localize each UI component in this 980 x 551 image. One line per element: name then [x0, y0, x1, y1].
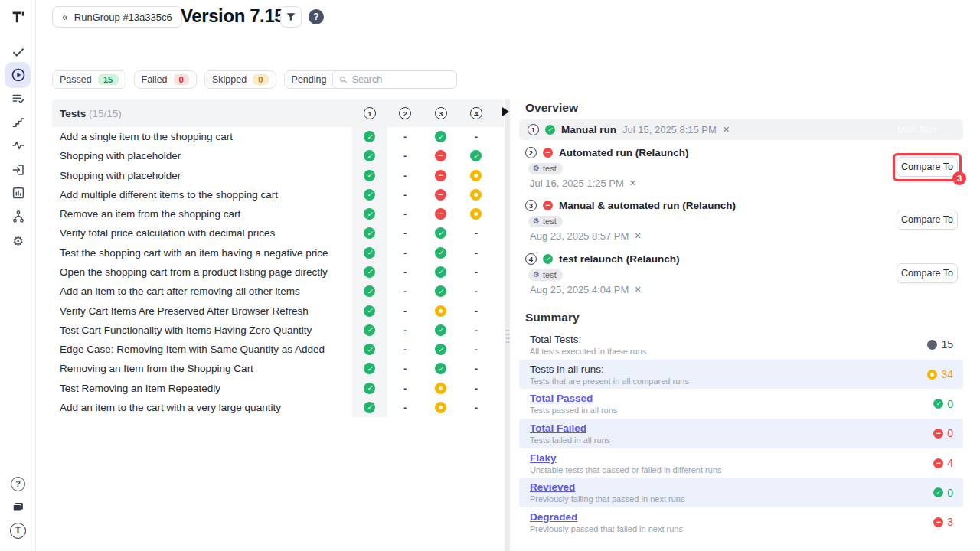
- status-icon: [470, 266, 482, 278]
- tests-table-title: Tests (15/15): [52, 108, 352, 119]
- summary-title[interactable]: Flaky: [530, 452, 557, 464]
- circled-number-icon: 1: [528, 124, 539, 135]
- tests-count: (15/15): [89, 108, 122, 119]
- summary-title[interactable]: Total Failed: [530, 422, 586, 434]
- status-filter-chips: Passed 15 Failed 0 Skipped 0 Pending 0: [52, 70, 356, 89]
- summary-status-icon: [933, 399, 943, 409]
- tests-check-icon[interactable]: [0, 42, 36, 62]
- status-icon: [435, 402, 446, 413]
- branch-icon[interactable]: [0, 207, 36, 227]
- help-button[interactable]: ?: [309, 9, 324, 24]
- table-row[interactable]: Verify Cart Items Are Preserved After Br…: [52, 301, 504, 320]
- splitter-grip-handle[interactable]: [505, 328, 510, 345]
- status-icon: [470, 285, 482, 297]
- chart-icon[interactable]: [0, 183, 36, 203]
- table-row[interactable]: Edge Case: Removing Item with Same Quant…: [52, 340, 504, 359]
- status-icon: [435, 131, 446, 142]
- panel-splitter[interactable]: [505, 99, 510, 551]
- status-cell-4: [459, 223, 494, 243]
- status-cell-2: [387, 185, 423, 204]
- status-cell-3: [423, 243, 458, 262]
- table-row[interactable]: Add an item to the cart after removing a…: [52, 282, 504, 301]
- summary-status-icon: [927, 340, 937, 350]
- status-cell-1: [352, 166, 387, 185]
- table-row[interactable]: Remove an item from the shopping cart: [52, 204, 504, 223]
- run-block: 4 test relaunch (Relaunch) ⚙ test Aug 25…: [519, 252, 963, 299]
- status-cell-2: [387, 204, 423, 223]
- table-row[interactable]: Add a single item to the shopping cart: [52, 127, 504, 146]
- compare-to-button[interactable]: Compare To: [897, 263, 958, 283]
- table-row[interactable]: Open the shopping cart from a product li…: [52, 262, 504, 282]
- table-row[interactable]: Shopping with placeholder: [52, 166, 504, 185]
- back-to-rungroup-button[interactable]: « RunGroup #13a335c6: [52, 6, 182, 28]
- remove-run-icon[interactable]: ✕: [629, 178, 636, 188]
- test-name: Shopping with placeholder: [52, 166, 352, 185]
- status-icon: [400, 305, 411, 317]
- compare-to-button[interactable]: Compare To: [897, 157, 958, 177]
- status-cell-3: [423, 185, 458, 204]
- remove-run-icon[interactable]: ✕: [634, 285, 641, 295]
- status-icon: [364, 131, 375, 142]
- status-cell-4: [459, 146, 494, 165]
- run-name: Manual run: [561, 124, 616, 135]
- app-logo-icon[interactable]: [0, 7, 36, 27]
- test-name: Edge Case: Removing Item with Same Quant…: [52, 340, 352, 359]
- filter-chip-count: 15: [98, 74, 119, 85]
- table-row[interactable]: Test Removing an Item Repeatedly: [52, 378, 504, 397]
- list-check-icon[interactable]: [0, 89, 36, 109]
- status-icon: [400, 402, 411, 413]
- table-row[interactable]: Add multiple different items to the shop…: [52, 185, 504, 204]
- status-icon: [470, 402, 482, 413]
- test-name: Test the shopping cart with an item havi…: [52, 243, 352, 262]
- run-column-header[interactable]: 1: [352, 107, 387, 119]
- help-circle-icon[interactable]: ?: [0, 474, 36, 494]
- status-cell-1: [352, 398, 387, 417]
- run-column-header[interactable]: 3: [423, 107, 458, 119]
- table-row[interactable]: Test the shopping cart with an item havi…: [52, 243, 504, 262]
- status-icon: [364, 247, 375, 259]
- table-row[interactable]: Shopping with placeholder: [52, 146, 504, 165]
- runs-play-icon[interactable]: [0, 65, 36, 85]
- test-name: Verify total price calculation with deci…: [52, 223, 352, 243]
- status-cell-3: [423, 359, 458, 378]
- search-input[interactable]: [352, 74, 450, 85]
- compare-to-button[interactable]: Compare To: [897, 210, 958, 230]
- run-status-icon: [545, 125, 555, 135]
- filter-chip[interactable]: Skipped 0: [204, 70, 276, 89]
- filter-chip[interactable]: Passed 15: [52, 70, 126, 89]
- status-cell-4: [459, 301, 494, 320]
- table-row[interactable]: Test Cart Functionality with Items Havin…: [52, 321, 504, 340]
- summary-title[interactable]: Total Passed: [530, 393, 593, 404]
- run-row-main[interactable]: 1 Manual run Jul 15, 2025 8:15 PM ✕ Main…: [519, 119, 963, 140]
- status-cell-3: [423, 340, 458, 359]
- circled-number-icon: 4: [470, 107, 482, 119]
- run-column-header[interactable]: 4: [459, 107, 494, 119]
- status-icon: [400, 247, 411, 259]
- table-row[interactable]: Add an item to the cart with a very larg…: [52, 398, 504, 417]
- filter-button[interactable]: [280, 6, 302, 28]
- status-cell-2: [387, 262, 423, 282]
- filter-chip-label: Passed: [60, 74, 92, 85]
- run-column-header[interactable]: 2: [387, 107, 423, 119]
- status-icon: [364, 266, 375, 278]
- run-tag[interactable]: ⚙ test: [528, 216, 563, 227]
- collapse-panel-arrow-icon[interactable]: [502, 107, 509, 116]
- account-logo-icon[interactable]: T: [0, 520, 36, 540]
- status-cell-3: [423, 398, 458, 417]
- import-icon[interactable]: [0, 160, 36, 180]
- table-row[interactable]: Verify total price calculation with deci…: [52, 223, 504, 243]
- steps-icon[interactable]: [0, 112, 36, 132]
- filter-chip[interactable]: Failed 0: [134, 70, 197, 89]
- circled-number-icon: 3: [525, 200, 537, 211]
- settings-gear-icon[interactable]: ⚙: [0, 231, 36, 251]
- summary-title[interactable]: Revieved: [530, 481, 575, 493]
- run-tag[interactable]: ⚙ test: [528, 163, 563, 174]
- remove-run-icon[interactable]: ✕: [723, 125, 730, 135]
- status-icon: [364, 208, 375, 220]
- summary-title[interactable]: Degraded: [530, 511, 577, 523]
- run-tag[interactable]: ⚙ test: [528, 269, 563, 281]
- remove-run-icon[interactable]: ✕: [634, 231, 641, 241]
- folders-icon[interactable]: [0, 497, 36, 517]
- pulse-icon[interactable]: [0, 135, 36, 155]
- table-row[interactable]: Removing an Item from the Shopping Cart: [52, 359, 504, 378]
